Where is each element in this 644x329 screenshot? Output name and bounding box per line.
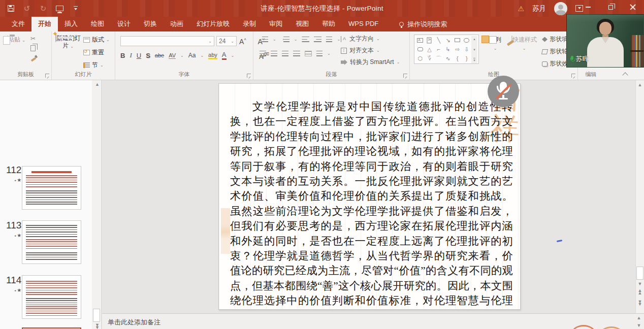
line-spacing-icon[interactable] [326, 37, 332, 42]
avatar[interactable] [554, 2, 567, 15]
slide-thumbnail-113[interactable] [22, 220, 81, 264]
tab-view[interactable]: 视图 [289, 17, 315, 31]
section-button[interactable]: 节 ⌄ [83, 61, 110, 70]
undo-icon[interactable] [22, 4, 31, 13]
italic-button[interactable]: I [130, 51, 132, 59]
slide-thumbnail-112[interactable] [22, 166, 81, 210]
minimize-button[interactable] [577, 0, 599, 14]
shapes-gallery[interactable]: ╲ ↘ △ ⌐ ↳ ⇨ ⇩ ⬡ ؆ ⌒ ∿ { } ▴▾▾ [414, 35, 479, 64]
strikethrough-button[interactable]: abe [155, 52, 164, 58]
scrollbar-thumb[interactable] [636, 267, 643, 280]
cut-icon[interactable]: ✂ [30, 36, 37, 42]
reset-button[interactable]: 重置 [83, 48, 110, 57]
tab-insert[interactable]: 插入 [58, 17, 84, 31]
bullets-icon[interactable] [262, 37, 268, 42]
increase-indent-icon[interactable] [314, 37, 321, 42]
oval-shape-icon[interactable] [464, 38, 469, 43]
clipboard-dialog-launcher[interactable] [45, 74, 49, 78]
text-shadow-button[interactable]: S [146, 52, 150, 59]
tab-record[interactable]: 录制 [236, 17, 263, 31]
smartart-button[interactable]: 转换为 SmartArt ⌄ [341, 58, 400, 67]
paste-button[interactable]: 粘贴 ⌄ [6, 36, 26, 44]
notes-pane[interactable]: 单击此处添加备注 ▲ ▼ [102, 313, 644, 329]
thumbnail-scrollbar-thumb[interactable] [93, 309, 100, 322]
thumbnail-scrollbar[interactable] [92, 80, 101, 329]
align-left-icon[interactable] [260, 51, 266, 56]
character-spacing-button[interactable]: AV [169, 52, 176, 59]
format-painter-icon[interactable] [30, 55, 37, 61]
distribute-icon[interactable] [305, 51, 312, 56]
next-slide-icon[interactable]: ▼▼ [636, 301, 644, 306]
previous-slide-icon[interactable]: ▲▲ [636, 289, 644, 294]
slide-thumbnail-114[interactable] [22, 275, 81, 319]
triangle-shape-icon[interactable]: △ [427, 47, 431, 52]
save-icon[interactable] [6, 4, 15, 13]
copy-icon[interactable] [30, 45, 36, 51]
tab-transitions[interactable]: 切换 [137, 17, 164, 31]
scroll-up-icon[interactable]: ▲ [636, 82, 644, 87]
textbox-shape-icon[interactable] [417, 38, 423, 43]
align-text-button[interactable]: 对齐文本 ⌄ [341, 46, 400, 55]
tell-me-search[interactable]: 操作说明搜索 [399, 17, 447, 31]
tab-help[interactable]: 帮助 [315, 17, 342, 31]
rectangle-shape-icon[interactable] [455, 38, 460, 42]
line-shape-icon[interactable]: ╲ [437, 38, 441, 43]
close-button[interactable] [622, 0, 644, 14]
numbering-icon[interactable] [283, 37, 289, 42]
left-brace-shape-icon[interactable]: { [457, 56, 459, 61]
font-dialog-launcher[interactable] [247, 74, 251, 78]
font-size-combo[interactable]: 24⌄ [216, 36, 237, 46]
restore-button[interactable] [599, 0, 622, 14]
redo-icon[interactable] [39, 4, 48, 13]
shapes-scrollbar[interactable]: ▴▾▾ [471, 36, 477, 63]
decrease-indent-icon[interactable] [302, 37, 309, 42]
tab-slideshow[interactable]: 幻灯片放映 [190, 17, 236, 31]
tab-design[interactable]: 设计 [111, 17, 137, 31]
tab-file[interactable]: 文件 [5, 17, 31, 31]
bold-button[interactable]: B [120, 52, 125, 59]
curve-shape-icon[interactable]: ∿ [446, 56, 450, 61]
new-slide-button[interactable]: 新建幻灯片 ⌄ [55, 35, 81, 50]
arc-shape-icon[interactable]: ⌒ [436, 56, 441, 61]
tab-wps-pdf[interactable]: WPS PDF [342, 17, 385, 31]
start-slideshow-icon[interactable] [55, 4, 64, 13]
grow-font-icon[interactable]: A˄ [239, 38, 246, 46]
freeform-shape-icon[interactable]: ⬡ [417, 56, 423, 61]
text-direction-button[interactable]: 文字方向 ⌄ [341, 35, 400, 43]
scribble-shape-icon[interactable]: ؆ [428, 56, 431, 61]
elbow-connector-icon[interactable]: ⌐ [437, 47, 440, 52]
customize-qat-icon[interactable] [71, 4, 80, 13]
scroll-down-icon[interactable]: ▼ [636, 281, 644, 286]
slide[interactable]: 吉祥 文学伦理学批评是对中国传统道德批评的创造性转换，也在一定程度上借鉴了西方伦… [218, 83, 521, 310]
webcam-video-overlay[interactable]: 苏晖 [566, 14, 644, 68]
align-center-icon[interactable] [271, 51, 277, 56]
paragraph-dialog-launcher[interactable] [403, 74, 407, 78]
right-brace-shape-icon[interactable]: } [466, 56, 468, 61]
layout-button[interactable]: 版式 ⌄ [83, 36, 110, 44]
right-block-arrow-icon[interactable]: ⇨ [455, 47, 460, 52]
notes-scroll-down-icon[interactable]: ▼ [635, 323, 642, 328]
align-right-icon[interactable] [282, 51, 288, 56]
tab-draw[interactable]: 绘图 [84, 17, 111, 31]
columns-icon[interactable] [316, 51, 323, 56]
justify-icon[interactable] [293, 51, 300, 56]
arrow-shape-icon[interactable]: ↘ [446, 38, 450, 43]
quick-styles-button[interactable]: 快速样式⌄ [509, 36, 539, 51]
thumbnail-scroll-down-double-icon[interactable]: ▼▼ [95, 324, 100, 329]
font-name-combo[interactable]: ⌄ [120, 36, 214, 46]
tab-review[interactable]: 审阅 [263, 17, 289, 31]
underline-button[interactable]: U [137, 52, 141, 59]
vertical-textbox-shape-icon[interactable] [427, 37, 432, 43]
elbow-arrow-icon[interactable]: ↳ [446, 47, 450, 52]
microphone-muted-overlay[interactable] [488, 76, 519, 107]
tab-home[interactable]: 开始 [31, 17, 58, 31]
highlight-color-button[interactable]: aby [208, 52, 217, 59]
notes-scroll-up-icon[interactable]: ▲ [635, 315, 642, 320]
tab-animations[interactable]: 动画 [164, 17, 190, 31]
rounded-rectangle-shape-icon[interactable] [417, 47, 423, 51]
slide-body-text[interactable]: 文学伦理学批评是对中国传统道德批评的创造性转换，也在一定程度上借鉴了西方伦理批评… [230, 100, 513, 310]
slide-scrollbar[interactable]: ▲ ▼ ▲▲ ▼▼ [635, 80, 644, 313]
down-block-arrow-icon[interactable]: ⇩ [464, 47, 469, 52]
thumbnail-scroll-up-icon[interactable]: ▲ [95, 82, 100, 87]
change-case-button[interactable]: Aa [188, 52, 196, 59]
